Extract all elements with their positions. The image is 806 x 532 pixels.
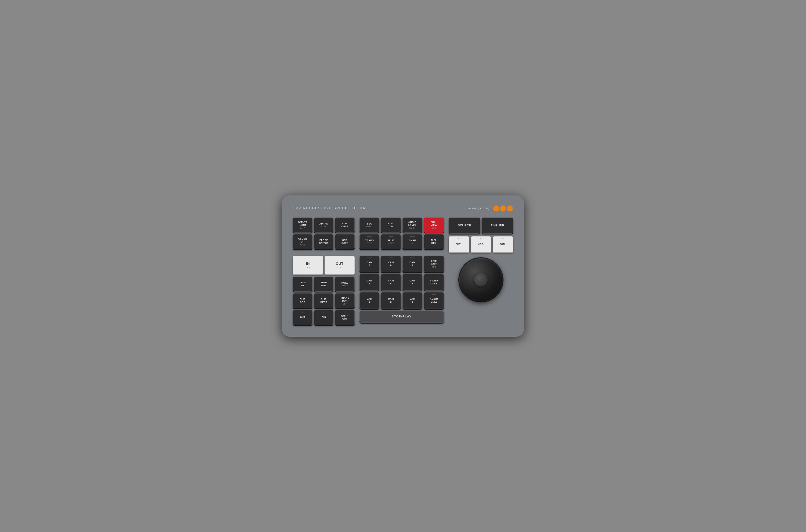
smth-cut-key[interactable]: SMTH CUT	[335, 310, 355, 325]
dis-key[interactable]: DIS	[314, 310, 334, 325]
ripl-owr-key[interactable]: RIPL O/WR	[335, 217, 355, 232]
close-up-key[interactable]: CLOSE UP YPOS	[293, 234, 313, 249]
device-title: DAVINCI RESOLVE SPEED EDITOR	[293, 206, 366, 210]
cam2-key[interactable]: CAM 2	[381, 292, 401, 309]
scrl-key[interactable]: SCRL	[493, 236, 513, 252]
trans-key[interactable]: TRANS TITLE	[359, 234, 379, 249]
esc-key[interactable]: ESC UNDO	[359, 217, 379, 232]
ripl-del-key[interactable]: RIPL DEL	[424, 234, 444, 249]
full-view-key[interactable]: FULL VIEW RVW	[424, 217, 444, 232]
device-header: DAVINCI RESOLVE SPEED EDITOR Blackmagicd…	[293, 205, 513, 211]
cut-key[interactable]: CUT	[293, 310, 313, 325]
appnd-key[interactable]: APPND CLIP	[314, 217, 334, 232]
sync-bin-key[interactable]: SYNC BIN	[381, 217, 401, 232]
brand-icon: ⬤⬤⬤	[493, 205, 513, 211]
jog-wheel[interactable]	[460, 258, 502, 301]
jog-wheel-area	[449, 256, 513, 301]
left-top-keys: SMART INSRT CLIP APPND CLIP RIPL O/WR CL…	[293, 217, 355, 252]
timeline-key[interactable]: TIMELINE	[482, 217, 513, 234]
live-owr-key[interactable]: LIVE O/WR RND	[424, 256, 444, 272]
cam7-key[interactable]: CAM 7	[359, 256, 379, 272]
trim-out-key[interactable]: TRIM OUT	[314, 277, 334, 292]
stop-play-key[interactable]: STOP/PLAY	[359, 310, 444, 323]
davinci-speed-editor: DAVINCI RESOLVE SPEED EDITOR Blackmagicd…	[282, 195, 524, 337]
brand-name: Blackmagicdesign	[465, 207, 491, 210]
cam8-key[interactable]: CAM 8	[381, 256, 401, 272]
bottom-center-keys: CAM 7 CAM 8 CAM 9 LIVE O/WR RND	[359, 256, 444, 323]
cam1-key[interactable]: CAM 1	[359, 292, 379, 309]
smart-insrt-key[interactable]: SMART INSRT CLIP	[293, 217, 313, 232]
slip-src-key[interactable]: SLIP SRC	[293, 293, 313, 308]
trim-in-key[interactable]: TRIM IN	[293, 277, 313, 292]
video-only-key[interactable]: VIDEO ONLY	[424, 274, 444, 290]
snap-key[interactable]: SNAP ≡	[402, 234, 422, 249]
source-key[interactable]: SOURCE	[449, 217, 480, 234]
center-top-keys: ESC UNDO SYNC BIN AUDIO LEVEL MARK FULL …	[359, 217, 444, 252]
roll-key[interactable]: ROLL SLIDE	[335, 277, 355, 292]
src-owr-key[interactable]: SRC O/WR	[335, 234, 355, 249]
brand-logo: Blackmagicdesign ⬤⬤⬤	[465, 205, 513, 211]
place-on-top-key[interactable]: PLACE ON TOP	[314, 234, 334, 249]
shtl-key[interactable]: SHTL	[449, 236, 469, 252]
jog-key[interactable]: JOG	[471, 236, 491, 252]
audio-only-key[interactable]: AUDIO ONLY	[424, 292, 444, 309]
bottom-left-keys: IN CLR OUT CLR TRIM IN TRIM OUT ROLL	[293, 256, 355, 325]
slip-dest-key[interactable]: SLIP DEST	[314, 293, 334, 308]
split-key[interactable]: SPLIT MOVE	[381, 234, 401, 249]
in-key[interactable]: IN CLR	[293, 256, 323, 274]
cam9-key[interactable]: CAM 9	[402, 256, 422, 272]
cam6-key[interactable]: CAM 6	[402, 274, 422, 290]
out-key[interactable]: OUT CLR	[324, 256, 355, 274]
cam4-key[interactable]: CAM 4	[359, 274, 379, 290]
cam3-key[interactable]: CAM 3	[402, 292, 422, 309]
audio-level-key[interactable]: AUDIO LEVEL MARK	[402, 217, 422, 232]
cam5-key[interactable]: CAM 5	[381, 274, 401, 290]
right-top-keys: SOURCE TIMELINE SHTL JOG SCRL	[449, 217, 513, 252]
trans-dur-key[interactable]: TRANS DUR SET	[335, 293, 355, 308]
